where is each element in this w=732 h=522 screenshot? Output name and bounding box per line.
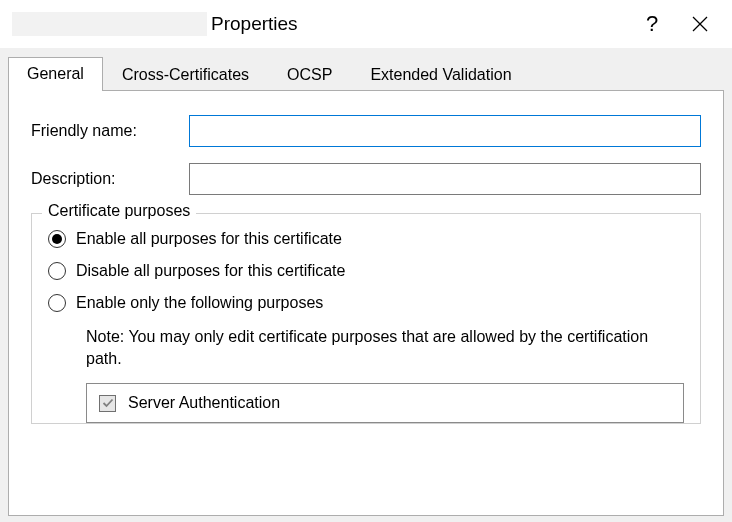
description-row: Description: <box>31 163 701 195</box>
radio-icon <box>48 262 66 280</box>
purposes-note: Note: You may only edit certificate purp… <box>86 326 684 369</box>
radio-icon <box>48 294 66 312</box>
tab-cross-certificates[interactable]: Cross-Certificates <box>103 59 268 91</box>
description-input[interactable] <box>189 163 701 195</box>
close-button[interactable] <box>676 4 724 44</box>
certificate-purposes-group: Certificate purposes Enable all purposes… <box>31 213 701 424</box>
tab-strip: General Cross-Certificates OCSP Extended… <box>8 57 724 91</box>
redacted-name <box>12 12 207 36</box>
help-button[interactable]: ? <box>628 4 676 44</box>
checkbox-icon <box>99 395 116 412</box>
radio-disable-all-label: Disable all purposes for this certificat… <box>76 262 345 280</box>
content-area: General Cross-Certificates OCSP Extended… <box>0 48 732 522</box>
tab-ocsp[interactable]: OCSP <box>268 59 351 91</box>
friendly-name-input[interactable] <box>189 115 701 147</box>
window-title: Properties <box>211 13 298 35</box>
close-icon <box>692 16 708 32</box>
purpose-item-label: Server Authentication <box>128 394 280 412</box>
radio-enable-all[interactable]: Enable all purposes for this certificate <box>48 230 684 248</box>
radio-enable-only[interactable]: Enable only the following purposes <box>48 294 684 312</box>
purpose-item[interactable]: Server Authentication <box>99 394 671 412</box>
friendly-name-label: Friendly name: <box>31 122 189 140</box>
description-label: Description: <box>31 170 189 188</box>
radio-enable-only-label: Enable only the following purposes <box>76 294 323 312</box>
tab-panel-general: Friendly name: Description: Certificate … <box>8 90 724 516</box>
radio-enable-all-label: Enable all purposes for this certificate <box>76 230 342 248</box>
radio-disable-all[interactable]: Disable all purposes for this certificat… <box>48 262 684 280</box>
tab-extended-validation[interactable]: Extended Validation <box>351 59 530 91</box>
title-bar: Properties ? <box>0 0 732 48</box>
purpose-list: Server Authentication <box>86 383 684 423</box>
friendly-name-row: Friendly name: <box>31 115 701 147</box>
tab-general[interactable]: General <box>8 57 103 91</box>
certificate-purposes-legend: Certificate purposes <box>42 202 196 220</box>
radio-icon <box>48 230 66 248</box>
